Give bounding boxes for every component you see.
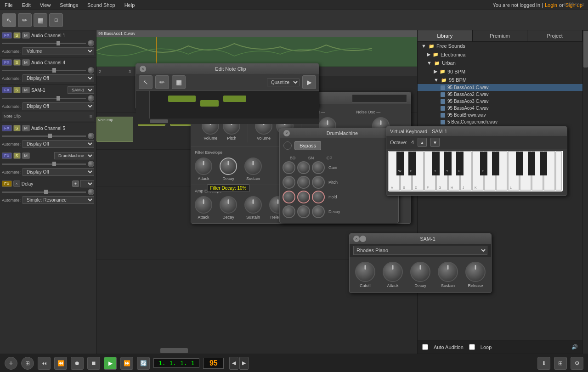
bpm-up-btn[interactable]: ▶ xyxy=(239,357,249,370)
ch1-m-btn[interactable]: M xyxy=(22,32,30,39)
menu-soundshop[interactable]: Sound Shop xyxy=(83,2,120,8)
vkb-titlebar[interactable]: Virtual Keyboard - SAM-1 xyxy=(386,127,567,136)
folder-90bpm[interactable]: ▶ 📁 90 BPM xyxy=(418,67,582,76)
drum-fx-btn[interactable]: FX xyxy=(2,152,12,159)
key-fs2[interactable] xyxy=(516,152,523,175)
folder-95bpm[interactable]: ▼ 📁 95 BPM xyxy=(418,76,582,84)
ch1-fx-btn[interactable]: FX xyxy=(2,32,12,39)
drum-bypass-btn[interactable]: Bypass xyxy=(294,141,321,150)
editnote-close-btn[interactable]: × xyxy=(140,66,146,72)
editnote-play-btn[interactable]: ▶ xyxy=(302,75,316,89)
simple-synth-preset[interactable] xyxy=(352,94,407,102)
ch4-automate[interactable]: Display Off xyxy=(23,74,94,82)
editnote-quantize[interactable]: Quantize xyxy=(267,79,300,86)
delay-add-btn[interactable]: + xyxy=(72,180,79,187)
amp-sustain-knob[interactable] xyxy=(244,196,262,214)
drum-sn-decay[interactable] xyxy=(297,205,310,218)
tool-pencil[interactable]: ✏ xyxy=(18,13,32,27)
sam1-automate[interactable]: Display Off xyxy=(23,102,94,110)
drum-m-btn[interactable]: M xyxy=(22,152,30,159)
delay-fx-btn[interactable]: FX xyxy=(2,180,12,187)
ch1-fader[interactable] xyxy=(2,43,86,44)
delay-fader[interactable] xyxy=(2,192,86,193)
drum-titlebar[interactable]: × DrumMachine xyxy=(280,128,398,138)
ch1-s-btn[interactable]: S xyxy=(13,32,21,39)
sam1-ch-select[interactable]: SAM-1 xyxy=(68,86,94,94)
sam1-pan[interactable] xyxy=(88,95,94,101)
delay-automate[interactable]: Simple: Resonance xyxy=(23,196,94,204)
ch5-m-btn[interactable]: M xyxy=(22,125,30,131)
ch5-automate[interactable]: Display Off xyxy=(23,140,94,148)
file-bass2[interactable]: 95 BassAco2 C.wav xyxy=(418,91,582,98)
ch4-pan[interactable] xyxy=(88,67,94,73)
drum-cp-gain[interactable] xyxy=(312,161,325,174)
add-pattern-btn[interactable]: ⊞ xyxy=(21,357,34,370)
key-ds2[interactable] xyxy=(492,152,499,175)
transport-loop[interactable]: 🔄 xyxy=(137,357,150,370)
login-link[interactable]: Login xyxy=(545,2,557,8)
transport-stop[interactable]: ⏹ xyxy=(87,357,100,370)
filter-attack-knob[interactable] xyxy=(195,158,212,175)
menu-help[interactable]: Help xyxy=(120,2,140,8)
folder-free-sounds[interactable]: ▼ 📁 Free Sounds xyxy=(418,42,582,50)
ch4-s-btn[interactable]: S xyxy=(13,59,21,66)
editnote-hscroll[interactable] xyxy=(136,118,319,124)
menu-view[interactable]: View xyxy=(35,2,56,8)
transport-rewind-start[interactable]: ⏮ xyxy=(38,357,51,370)
transport-play[interactable]: ▶ xyxy=(104,357,117,370)
ch1-pan[interactable] xyxy=(88,40,94,46)
drum-cp-pitch[interactable] xyxy=(312,176,325,189)
bpm-down-btn[interactable]: ◀ xyxy=(229,357,238,370)
folder-urban[interactable]: ▼ 📁 Urban xyxy=(418,59,582,67)
library-vscroll[interactable] xyxy=(582,30,588,354)
transport-forward[interactable]: ⏩ xyxy=(120,357,133,370)
file-beatbrown[interactable]: 95 BeatBrown.wav xyxy=(418,112,582,118)
tool-select[interactable]: ↖ xyxy=(2,13,16,27)
filter-decay-knob[interactable] xyxy=(220,158,237,175)
vkb-octave-down-btn[interactable]: ▼ xyxy=(430,138,440,147)
file-bass3[interactable]: 95 BassAco3 C.wav xyxy=(418,98,582,105)
sam1-m-btn[interactable]: M xyxy=(22,87,30,93)
drum-automate[interactable]: Display Off xyxy=(23,168,94,176)
delay-x-btn[interactable]: × xyxy=(13,180,20,187)
grid-btn[interactable]: ⊞ xyxy=(554,357,567,370)
drum-cp-decay[interactable] xyxy=(312,205,325,218)
drum-close-btn[interactable]: × xyxy=(283,130,290,136)
tab-library[interactable]: Library xyxy=(418,30,473,41)
drum-cp-hold[interactable] xyxy=(312,191,325,203)
ch4-m-btn[interactable]: M xyxy=(22,59,30,66)
drum-bd-gain[interactable] xyxy=(283,161,295,174)
editnote-titlebar[interactable]: × Edit Note Clip xyxy=(136,64,319,74)
loop-checkbox[interactable] xyxy=(469,344,475,350)
drum-sn-hold[interactable] xyxy=(297,191,310,203)
editnote-bar-tool[interactable]: ▦ xyxy=(172,75,186,89)
drum-bd-hold[interactable] xyxy=(283,191,295,203)
menu-edit[interactable]: Edit xyxy=(17,2,35,8)
drum-s-btn[interactable]: S xyxy=(13,152,21,159)
auto-audition-checkbox[interactable] xyxy=(422,344,428,350)
sam1-fader[interactable] xyxy=(2,98,86,99)
tool-other[interactable]: ⊡ xyxy=(49,13,63,27)
sam1-preset-select[interactable]: Rhodes Piano xyxy=(353,246,487,255)
key-gs2[interactable] xyxy=(528,152,535,175)
transport-rewind[interactable]: ⏪ xyxy=(54,357,67,370)
file-bass4[interactable]: 95 BassAco4 C.wav xyxy=(418,105,582,112)
sam1-minimize-btn[interactable] xyxy=(360,236,366,242)
sam1-fx-btn[interactable]: FX xyxy=(2,87,12,93)
volume-icon[interactable]: 🔊 xyxy=(571,344,578,350)
drum-bd-pitch[interactable] xyxy=(283,176,295,189)
vkb-octave-up-btn[interactable]: ▲ xyxy=(418,138,427,147)
delay-ch-select[interactable] xyxy=(80,180,94,187)
drum-pan[interactable] xyxy=(88,161,94,167)
amp-attack-knob[interactable] xyxy=(195,196,212,214)
transport-record[interactable]: ⏺ xyxy=(71,357,84,370)
ch5-s-btn[interactable]: S xyxy=(13,125,21,131)
tool-bar[interactable]: ▦ xyxy=(34,13,47,27)
sam1-close-btn[interactable]: × xyxy=(353,236,360,242)
sam1-titlebar[interactable]: × SAM-1 xyxy=(350,234,491,244)
sam1-s-btn[interactable]: S xyxy=(13,87,21,93)
folder-electronica[interactable]: ▶ 📁 Electronica xyxy=(418,50,582,59)
key-as2[interactable] xyxy=(540,152,547,175)
key-c3[interactable] xyxy=(556,152,561,190)
drum-fader[interactable] xyxy=(2,163,86,165)
